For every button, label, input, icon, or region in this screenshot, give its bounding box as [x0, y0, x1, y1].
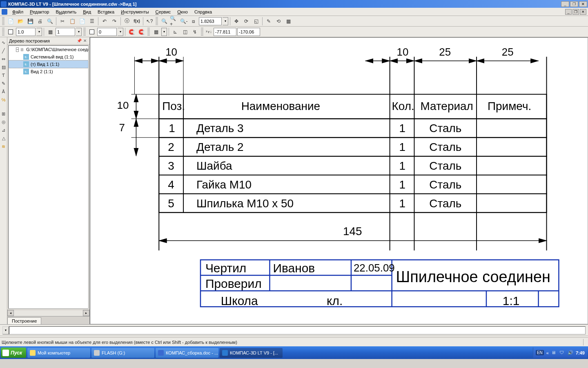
linestyle-input-left[interactable] [16, 28, 36, 36]
tree-item-sysview[interactable]: t↓ Системный вид (1:1) [9, 53, 88, 61]
coord-x-input[interactable] [214, 28, 236, 36]
minimize-button[interactable]: _ [561, 1, 569, 7]
doc-minimize-button[interactable]: _ [565, 9, 572, 15]
toolbar-handle[interactable] [2, 17, 4, 25]
start-button[interactable]: Пуск [1, 348, 26, 358]
tool-spec-icon[interactable]: ≋ [0, 143, 7, 150]
open-button[interactable]: 📂 [16, 17, 25, 26]
menu-file[interactable]: Файл [9, 9, 27, 15]
geom-dim-icon[interactable]: ⇔ [0, 55, 7, 63]
menu-tools[interactable]: Инструменты [118, 9, 152, 15]
save-button[interactable]: 💾 [26, 17, 35, 26]
tool-params-icon[interactable]: ⊿ [0, 126, 7, 134]
tool-lib-icon[interactable]: △ [0, 135, 7, 142]
coord-y-input[interactable] [237, 28, 260, 36]
linestyle-left-dropdown[interactable] [36, 28, 42, 36]
geom-hatch-icon[interactable]: ▨ [0, 63, 7, 71]
geom-line-icon[interactable]: ╱ [0, 47, 7, 54]
close-button[interactable]: ✕ [579, 1, 587, 7]
rotate-button[interactable]: ⟳ [242, 17, 251, 26]
zoom-dropdown[interactable] [223, 17, 228, 25]
snap-button[interactable]: ◫ [180, 27, 189, 36]
grid-button[interactable]: ▦ [151, 27, 160, 36]
vars-button[interactable]: ⓥ [122, 17, 131, 26]
scroll-left-icon[interactable]: ◂ [7, 310, 14, 316]
tree-item-view2[interactable]: t↓ Вид 2 (1:1) [9, 68, 88, 75]
zoom-out-button[interactable]: 🔍- [179, 17, 188, 26]
layer-button[interactable]: ▦ [46, 27, 55, 36]
tray-icon-3[interactable]: 🔊 [568, 350, 573, 356]
tree-item-view1[interactable]: t↓ (т) Вид 1 (1:1) [9, 61, 88, 68]
menu-view[interactable]: Вид [80, 9, 94, 15]
tray-icon-1[interactable]: 🖥 [551, 350, 557, 356]
geom-point-icon[interactable]: ∿ [0, 39, 7, 46]
paste-button[interactable]: 📄 [78, 17, 87, 26]
toolbar-handle-3[interactable] [2, 28, 4, 36]
magnet-off-button[interactable]: 🧲 [137, 27, 146, 36]
fx-button[interactable]: f(x) [132, 17, 141, 26]
zoom-window-button[interactable]: ⧈ [189, 17, 198, 26]
menu-service[interactable]: Сервис [152, 9, 174, 15]
restore-button[interactable]: ❐ [570, 1, 578, 7]
menu-insert[interactable]: Вставка [94, 9, 118, 15]
redo-button[interactable]: ↷ [110, 17, 119, 26]
tray-arrows[interactable]: « [546, 350, 549, 355]
menu-select[interactable]: Выделить [52, 9, 80, 15]
menu-window[interactable]: Окно [174, 9, 191, 15]
toolbar-handle-5[interactable] [147, 28, 150, 36]
task-mycomputer[interactable]: Мой компьютер [27, 348, 90, 358]
task-kompas[interactable]: КОМПАС-3D LT V9 - [... [220, 348, 283, 358]
cut-button[interactable]: ✂ [58, 17, 67, 26]
doc-close-button[interactable]: ✕ [580, 9, 586, 15]
props-button[interactable]: ☰ [87, 17, 96, 26]
grid-dropdown[interactable] [161, 28, 167, 36]
task-word[interactable]: КОМПАС_сборка.doc - ... [156, 348, 218, 358]
tb-extra-button[interactable]: ▦ [284, 17, 293, 26]
toolbar-handle-2[interactable] [156, 17, 158, 25]
layer-dropdown[interactable] [76, 28, 82, 36]
zoom-input[interactable] [199, 17, 222, 25]
collapse-icon[interactable]: − [16, 47, 19, 52]
toolbar-handle-4[interactable] [83, 28, 86, 36]
clock[interactable]: 7:49 [576, 350, 585, 355]
command-input[interactable] [9, 326, 586, 334]
print-button[interactable]: 🖨 [36, 17, 45, 26]
tree-root[interactable]: − 🗎 G:\КОМПАС\Шпилечное соединен [9, 46, 88, 53]
redraw-button[interactable]: ✎ [264, 17, 273, 26]
zoom-prev-button[interactable]: ◱ [252, 17, 261, 26]
help-context-button[interactable]: ↖? [145, 17, 154, 26]
copy-button[interactable]: 📋 [68, 17, 77, 26]
style-color2-button[interactable] [87, 27, 96, 36]
zoom-in-button[interactable]: 🔍+ [169, 17, 178, 26]
menu-edit[interactable]: Редактор [27, 9, 52, 15]
magnet-on-button[interactable]: 🧲 [127, 27, 136, 36]
scroll-track[interactable] [14, 310, 83, 316]
refresh-button[interactable]: ⟲ [274, 17, 283, 26]
command-history-dropdown[interactable] [2, 326, 9, 334]
linestyle-right-dropdown[interactable] [118, 28, 123, 36]
layer-input[interactable] [56, 28, 75, 36]
geom-text-icon[interactable]: Ƭ [0, 72, 7, 79]
menu-help[interactable]: Справка [191, 9, 215, 15]
zoom-fit-button[interactable]: 🔍 [160, 17, 169, 26]
tree-hscroll[interactable]: ◂ ▸ [7, 310, 89, 316]
new-button[interactable]: 📄 [6, 17, 15, 26]
tree-body[interactable]: − 🗎 G:\КОМПАС\Шпилечное соединен t↓ Сист… [8, 45, 89, 309]
tool-sys-icon[interactable]: ◎ [0, 118, 7, 126]
preview-button[interactable]: 🔍 [45, 17, 54, 26]
ortho-button[interactable]: ⊾ [171, 27, 180, 36]
toolbar-handle-6[interactable] [201, 28, 203, 36]
language-indicator[interactable]: EN [536, 350, 544, 355]
linestyle-input-right[interactable] [97, 28, 117, 36]
panel-close-icon[interactable]: ✕ [82, 38, 88, 44]
doc-restore-button[interactable]: ❐ [572, 9, 579, 15]
drawing-canvas[interactable]: 10 10 25 25 10 7 [90, 37, 588, 324]
geom-symbol-icon[interactable]: Å [0, 88, 7, 95]
tray-icon-2[interactable]: 🛡 [559, 350, 565, 356]
geom-edit-icon[interactable]: ✎ [0, 80, 7, 87]
style-color-button[interactable] [6, 27, 15, 36]
localcs-button[interactable]: ↯ [190, 27, 199, 36]
pan-button[interactable]: ✥ [232, 17, 241, 26]
task-flash[interactable]: FLASH (G:) [91, 348, 154, 358]
geom-scale-icon[interactable]: ℅ [0, 96, 7, 103]
